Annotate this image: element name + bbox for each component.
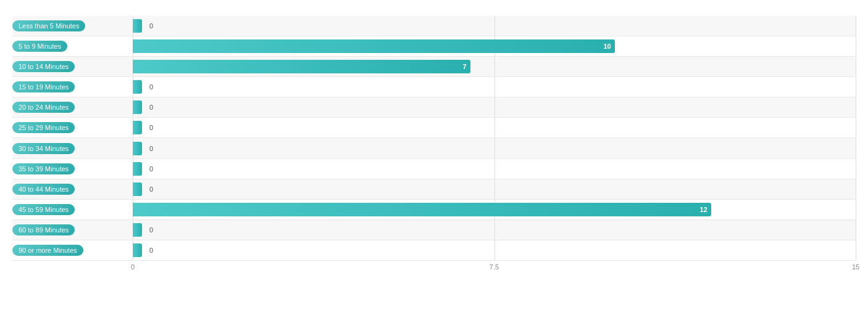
bar-track: 0 [133,118,856,137]
bar-track: 0 [133,97,856,117]
bar-track: 0 [133,220,856,240]
bar-label-pill: 10 to 14 Minutes [12,61,75,72]
bar-row: 90 or more Minutes0 [12,240,856,261]
bar-row: Less than 5 Minutes0 [12,16,856,36]
bar-value: 10 [603,43,611,50]
bar-track: 0 [133,179,856,199]
bar-value: 0 [149,83,153,91]
grid-line [856,240,856,260]
bar-fill: 0 [133,243,142,257]
grid-line [856,220,856,240]
bar-label: 90 or more Minutes [12,245,133,256]
bar-track: 0 [133,16,856,36]
grid-line [495,118,495,137]
bar-row: 20 to 24 Minutes0 [12,97,856,118]
grid-line [856,97,856,117]
bar-label: 5 to 9 Minutes [12,41,133,52]
bar-label: 30 to 34 Minutes [12,143,133,154]
bar-track: 0 [133,159,856,179]
bar-label: 15 to 19 Minutes [12,81,133,92]
grid-line [856,16,856,36]
bar-label-pill: 45 to 59 Minutes [12,204,75,215]
bar-fill: 0 [133,162,142,176]
bar-label: 20 to 24 Minutes [12,102,133,113]
grid-line [856,200,856,219]
bar-label: 25 to 29 Minutes [12,122,133,133]
bar-row: 10 to 14 Minutes7 [12,57,856,77]
bar-value: 0 [149,145,153,152]
chart-container: Less than 5 Minutes05 to 9 Minutes1010 t… [0,0,868,323]
bar-row: 25 to 29 Minutes0 [12,118,856,138]
bar-label: 35 to 39 Minutes [12,163,133,174]
grid-line [856,118,856,137]
bar-fill: 0 [133,100,142,114]
bar-label: 40 to 44 Minutes [12,184,133,195]
bar-value: 0 [149,165,153,173]
grid-line [856,57,856,76]
bar-fill: 0 [133,223,142,237]
grid-line [495,97,495,117]
grid-line [856,138,856,158]
grid-line [495,57,495,76]
bar-value: 0 [149,247,153,254]
bar-label-pill: 15 to 19 Minutes [12,81,75,92]
grid-line [495,240,495,260]
bar-row: 60 to 89 Minutes0 [12,220,856,240]
bar-value: 0 [149,22,153,30]
grid-line [856,36,856,56]
grid-line [495,179,495,199]
bar-fill: 0 [133,121,142,134]
bar-value: 0 [149,104,153,111]
bar-label: Less than 5 Minutes [12,20,133,31]
x-axis-tick: 7.5 [490,263,499,271]
bar-value: 7 [462,63,466,70]
bar-track: 10 [133,36,856,56]
bar-label: 10 to 14 Minutes [12,61,133,72]
grid-line [856,179,856,199]
x-axis: 07.515 [133,263,856,276]
bar-value: 0 [149,186,153,193]
bar-row: 45 to 59 Minutes12 [12,200,856,220]
bar-label-pill: 60 to 89 Minutes [12,224,75,235]
bar-track: 7 [133,57,856,76]
bar-fill: 0 [133,142,142,155]
bar-row: 15 to 19 Minutes0 [12,77,856,97]
bar-fill: 12 [133,203,711,216]
bar-fill: 0 [133,19,142,33]
bar-label: 45 to 59 Minutes [12,204,133,215]
bar-label-pill: 30 to 34 Minutes [12,143,75,154]
grid-line [856,77,856,97]
bar-fill: 0 [133,182,142,196]
bar-value: 0 [149,124,153,131]
bar-fill: 10 [133,39,615,53]
grid-line [856,159,856,179]
grid-line [495,16,495,36]
bar-label-pill: 20 to 24 Minutes [12,102,75,113]
bar-label-pill: 25 to 29 Minutes [12,122,75,133]
chart-area: Less than 5 Minutes05 to 9 Minutes1010 t… [12,16,856,276]
bar-track: 0 [133,77,856,97]
bar-label: 60 to 89 Minutes [12,224,133,235]
bar-value: 0 [149,226,153,234]
grid-line [495,220,495,240]
x-axis-tick: 15 [852,263,859,271]
bar-label-pill: 35 to 39 Minutes [12,163,75,174]
bar-label-pill: 5 to 9 Minutes [12,41,67,52]
grid-line [495,159,495,179]
bar-label-pill: 90 or more Minutes [12,245,83,256]
grid-line [495,138,495,158]
bar-row: 35 to 39 Minutes0 [12,159,856,179]
x-axis-tick: 0 [131,263,135,271]
bars-section: Less than 5 Minutes05 to 9 Minutes1010 t… [12,16,856,261]
bar-row: 40 to 44 Minutes0 [12,179,856,200]
bar-label-pill: 40 to 44 Minutes [12,184,75,195]
bar-label-pill: Less than 5 Minutes [12,20,85,31]
bar-fill: 0 [133,80,142,94]
bar-value: 12 [700,206,707,213]
bar-row: 5 to 9 Minutes10 [12,36,856,57]
bar-track: 0 [133,138,856,158]
bar-track: 12 [133,200,856,219]
bar-row: 30 to 34 Minutes0 [12,138,856,158]
grid-line [495,77,495,97]
bar-track: 0 [133,240,856,260]
